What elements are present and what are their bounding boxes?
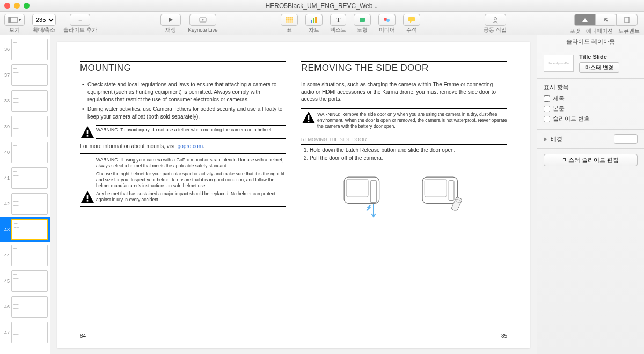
svg-rect-18 xyxy=(308,115,310,120)
thumb-number: 36 xyxy=(2,47,10,52)
diagram[interactable] xyxy=(301,173,507,221)
thumb-number: 45 xyxy=(2,278,10,284)
svg-rect-1 xyxy=(9,17,11,23)
toolbar: ▾ 보기 235% 확대/축소 ＋ 슬라이드 추가 재생 Keynote Liv… xyxy=(0,12,644,35)
edit-master-button[interactable]: 마스터 슬라이드 편집 xyxy=(544,154,638,166)
slide-thumbnail[interactable]: 43━━━━━ ━━━━━ ━ xyxy=(0,217,50,242)
zoom-label: 확대/축소 xyxy=(33,27,56,34)
steps-list[interactable]: Hold down the Latch Release button and s… xyxy=(301,144,507,162)
mounts-note[interactable]: For more information about mounts, visit… xyxy=(80,143,286,149)
warning-2b[interactable]: Choose the right helmet for your particu… xyxy=(96,171,286,189)
slide-thumbnail[interactable]: 36━━━━━ ━━━━━ ━ xyxy=(0,36,50,62)
warning-1-text[interactable]: WARNING: To avoid injury, do not use a t… xyxy=(96,125,286,139)
svg-point-3 xyxy=(202,19,204,21)
slide-canvas[interactable]: MOUNTING Check state and local regulatio… xyxy=(50,35,537,354)
collaborate-button[interactable] xyxy=(485,14,506,26)
body-checkbox[interactable] xyxy=(544,106,550,112)
title-checkbox[interactable] xyxy=(544,95,550,102)
slide[interactable]: MOUNTING Check state and local regulatio… xyxy=(57,42,530,348)
thumb-preview: ━━━━━ ━━━━━ ━ xyxy=(11,39,48,60)
bullet-1[interactable]: Check state and local regulations and la… xyxy=(80,81,286,104)
thumb-preview: ━━━━━ ━━━━━ ━ xyxy=(11,64,48,86)
thumb-number: 37 xyxy=(2,72,10,78)
text-button[interactable]: T xyxy=(330,14,346,26)
warning-icon xyxy=(80,190,96,204)
svg-rect-21 xyxy=(346,179,368,197)
svg-rect-7 xyxy=(315,17,317,23)
shape-button[interactable] xyxy=(354,14,371,26)
table-button[interactable] xyxy=(281,14,298,26)
media-label: 미디어 xyxy=(379,27,395,34)
warning-2a[interactable]: WARNING: If using your camera with a GoP… xyxy=(96,157,286,169)
page-number-right: 85 xyxy=(501,333,507,339)
slidenum-checkbox[interactable] xyxy=(544,116,550,122)
thumb-preview: ━━━━━ ━━━━━ ━ xyxy=(11,270,48,292)
disclosure-icon[interactable]: ▶ xyxy=(544,136,547,142)
collab-label: 공동 작업 xyxy=(484,27,507,34)
minimize-window-button[interactable] xyxy=(14,3,20,9)
right-heading[interactable]: REMOVING THE SIDE DOOR xyxy=(301,61,507,73)
view-button[interactable]: ▾ xyxy=(4,14,25,26)
keynote-live-button[interactable] xyxy=(189,14,216,26)
close-window-button[interactable] xyxy=(4,3,10,9)
change-master-button[interactable]: 마스터 변경 xyxy=(579,62,619,73)
animate-tab[interactable] xyxy=(595,14,617,26)
document-tab[interactable] xyxy=(616,14,638,26)
zoom-select[interactable]: 235% xyxy=(32,14,56,26)
traffic-lights xyxy=(4,3,30,9)
comment-button[interactable] xyxy=(403,14,420,26)
slide-thumbnail[interactable]: 40━━━━━ ━━━━━ ━ xyxy=(0,139,50,165)
thumb-number: 40 xyxy=(2,150,10,155)
document-title[interactable]: HERO5Black_UM_ENG_REVC_Web⌄ xyxy=(266,2,379,10)
slide-thumbnail[interactable]: 47━━━━━ ━━━━━ ━ xyxy=(0,320,50,345)
slide-thumbnail[interactable]: 38━━━━━ ━━━━━ ━ xyxy=(0,88,50,114)
background-label: 배경 xyxy=(551,135,562,143)
shape-label: 도형 xyxy=(357,27,368,34)
slide-thumbnail[interactable]: 41━━━━━ ━━━━━ ━ xyxy=(0,165,50,191)
slide-thumbnail[interactable]: 46━━━━━ ━━━━━ ━ xyxy=(0,294,50,320)
thumb-number: 41 xyxy=(2,175,10,181)
slide-thumbnail[interactable]: 37━━━━━ ━━━━━ ━ xyxy=(0,62,50,88)
thumb-number: 42 xyxy=(2,201,10,206)
page-number-left: 84 xyxy=(80,333,86,339)
add-slide-button[interactable]: ＋ xyxy=(70,14,90,26)
warning-r1[interactable]: WARNING: Remove the side door only when … xyxy=(317,110,507,130)
slide-thumbnail[interactable]: 39━━━━━ ━━━━━ ━ xyxy=(0,114,50,139)
zoom-window-button[interactable] xyxy=(24,3,30,9)
thumb-preview: ━━━━━ ━━━━━ ━ xyxy=(11,167,48,189)
intro-para[interactable]: In some situations, such as charging the… xyxy=(301,81,507,103)
warning-icon xyxy=(80,125,96,139)
document-label: 도큐멘트 xyxy=(618,28,640,35)
warning-icon xyxy=(301,110,317,130)
svg-rect-17 xyxy=(87,200,89,202)
slide-thumbnail[interactable]: 45━━━━━ ━━━━━ ━ xyxy=(0,268,50,294)
slide-navigator[interactable]: 36━━━━━ ━━━━━ ━37━━━━━ ━━━━━ ━38━━━━━ ━━… xyxy=(0,35,50,354)
display-section-label: 표시 항목 xyxy=(544,83,638,91)
thumb-number: 47 xyxy=(2,330,10,335)
body-checkbox-row[interactable]: 본문 xyxy=(544,105,638,113)
warning-2c[interactable]: Any helmet that has sustained a major im… xyxy=(96,191,286,203)
svg-rect-19 xyxy=(308,121,310,122)
master-preview[interactable]: Lorem Ipsum Do xyxy=(544,55,574,72)
left-heading[interactable]: MOUNTING xyxy=(80,61,286,73)
svg-rect-24 xyxy=(425,179,447,197)
format-tab[interactable] xyxy=(574,14,596,26)
slide-thumbnail[interactable]: 44━━━━━ ━━━━━ ━ xyxy=(0,242,50,268)
background-color-well[interactable] xyxy=(614,134,638,144)
thumb-number: 39 xyxy=(2,124,10,129)
chart-button[interactable] xyxy=(305,14,323,26)
play-button[interactable] xyxy=(160,14,181,26)
thumb-number: 38 xyxy=(2,98,10,104)
svg-rect-16 xyxy=(87,195,89,199)
slide-thumbnail[interactable]: 42━━━━━ ━━━━━ ━ xyxy=(0,191,50,217)
slidenum-checkbox-row[interactable]: 슬라이드 번호 xyxy=(544,115,638,123)
sub-heading[interactable]: REMOVING THE SIDE DOOR xyxy=(301,137,507,142)
svg-rect-22 xyxy=(370,180,376,202)
media-button[interactable] xyxy=(378,14,396,26)
view-label: 보기 xyxy=(9,27,20,34)
svg-rect-6 xyxy=(313,18,314,23)
title-checkbox-row[interactable]: 제목 xyxy=(544,94,638,102)
gopro-link[interactable]: gopro.com xyxy=(178,143,203,149)
svg-rect-20 xyxy=(344,177,379,203)
bullet-2[interactable]: During water activities, use Camera Teth… xyxy=(80,106,286,121)
